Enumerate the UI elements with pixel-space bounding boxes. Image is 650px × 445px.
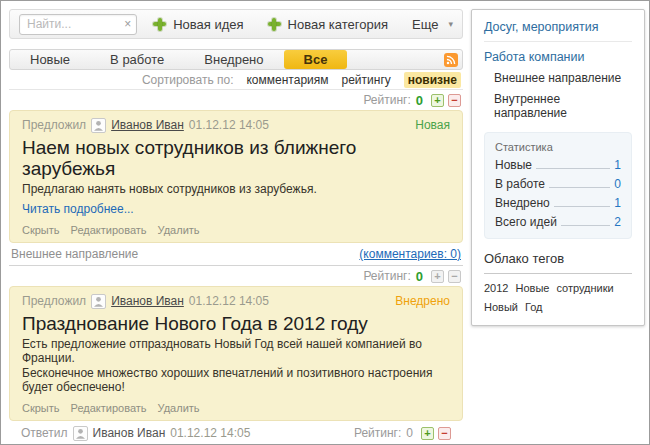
author-link[interactable]: Иванов Иван xyxy=(111,294,184,308)
idea1-actions: Скрыть Редактировать Удалить xyxy=(22,224,450,236)
idea2-date: 01.12.12 14:05 xyxy=(189,294,269,308)
vote-down-button[interactable]: − xyxy=(448,94,461,107)
leader-line xyxy=(536,168,610,169)
clear-search-icon[interactable]: × xyxy=(124,17,131,31)
search-box: × xyxy=(19,14,137,35)
replied-by-label: Ответил xyxy=(21,426,68,440)
vote-up-button[interactable]: + xyxy=(421,427,434,440)
tag-employees[interactable]: сотрудники xyxy=(556,282,613,294)
avatar[interactable] xyxy=(91,294,106,309)
idea1-title[interactable]: Наем новых сотрудников из ближнего заруб… xyxy=(22,137,450,179)
idea-card-2: Предложил Иванов Иван 01.12.12 14:05 Вне… xyxy=(9,286,463,421)
vote-up-button-disabled: + xyxy=(431,270,444,283)
tag-newyear[interactable]: Новый xyxy=(484,301,518,313)
tab-bar: Новые В работе Внедрено Все xyxy=(9,49,463,70)
search-input[interactable] xyxy=(19,14,137,35)
delete-link[interactable]: Удалить xyxy=(158,402,200,414)
idea2-actions: Скрыть Редактировать Удалить xyxy=(22,402,450,414)
sort-bar: Сортировать по: комментариям рейтингу но… xyxy=(9,70,463,90)
read-more-link[interactable]: Читать подробнее... xyxy=(22,202,134,216)
leader-line xyxy=(561,225,610,226)
idea1-body: Предлагаю нанять новых сотрудников из за… xyxy=(22,182,450,196)
hide-link[interactable]: Скрыть xyxy=(22,402,60,414)
more-menu-button[interactable]: Еще ▾ xyxy=(412,17,453,32)
ideas-page: × Новая идея Новая категория Еще ▾ Новые… xyxy=(0,0,650,445)
sort-by-newness[interactable]: новизне xyxy=(404,72,461,88)
edit-link[interactable]: Редактировать xyxy=(71,402,147,414)
edit-link[interactable]: Редактировать xyxy=(71,224,147,236)
idea-card-1: Предложил Иванов Иван 01.12.12 14:05 Нов… xyxy=(9,110,463,243)
tab-all[interactable]: Все xyxy=(284,50,348,69)
chevron-down-icon: ▾ xyxy=(448,19,453,29)
rating-value: 0 xyxy=(416,269,423,284)
stat-row-new: Новые 1 xyxy=(495,158,621,172)
tag-2012[interactable]: 2012 xyxy=(484,282,508,294)
hide-link[interactable]: Скрыть xyxy=(22,224,60,236)
toolbar: × Новая идея Новая категория Еще ▾ xyxy=(9,9,463,39)
vote-down-button-disabled: − xyxy=(448,270,461,283)
vote-down-button[interactable]: − xyxy=(438,427,451,440)
author-link[interactable]: Иванов Иван xyxy=(111,118,184,132)
statistics-title: Статистика xyxy=(495,141,621,153)
stat-row-in-progress: В работе 0 xyxy=(495,177,621,191)
rating-label: Рейтинг: xyxy=(354,426,401,440)
stat-label: Всего идей xyxy=(495,215,557,229)
stat-row-total: Всего идей 2 xyxy=(495,215,621,229)
idea2-body-line2: Бесконечное множество хороших впечатлени… xyxy=(22,366,450,394)
leader-line xyxy=(549,187,610,188)
rss-icon[interactable] xyxy=(444,53,458,67)
sidebar-category-leisure[interactable]: Досуг, мероприятия xyxy=(484,20,632,42)
vote-up-button[interactable]: + xyxy=(431,94,444,107)
plus-icon xyxy=(268,18,281,31)
comment-author[interactable]: Иванов Иван xyxy=(93,426,166,440)
comment-rating: Рейтинг: 0 + − xyxy=(354,426,451,440)
tab-implemented[interactable]: Внедрено xyxy=(184,50,283,69)
rating-value: 0 xyxy=(416,93,423,108)
sort-label: Сортировать по: xyxy=(142,73,234,87)
sort-by-rating[interactable]: рейтингу xyxy=(342,73,391,87)
idea2-rating-row: Рейтинг: 0 + − xyxy=(9,266,463,286)
idea1-rating-row: Рейтинг: 0 + − xyxy=(9,90,463,110)
stat-value: 0 xyxy=(614,177,621,191)
tag-new[interactable]: Новые xyxy=(515,282,549,294)
stat-label: Новые xyxy=(495,158,532,172)
avatar[interactable] xyxy=(91,118,106,133)
comment-block: Ответил Иванов Иван 01.12.12 14:05 Рейти… xyxy=(9,421,463,445)
new-idea-button[interactable]: Новая идея xyxy=(153,17,243,32)
tab-in-progress[interactable]: В работе xyxy=(90,50,184,69)
proposed-by-label: Предложил xyxy=(22,118,86,132)
idea2-body-line1: Есть предложение отпраздновать Новый Год… xyxy=(22,337,450,365)
idea1-header: Предложил Иванов Иван 01.12.12 14:05 Нов… xyxy=(22,117,450,133)
stat-label: Внедрено xyxy=(495,196,550,210)
idea1-comments-link[interactable]: (комментариев: 0) xyxy=(359,247,461,261)
stat-value: 1 xyxy=(614,158,621,172)
sidebar-category-internal[interactable]: Внутреннее направление xyxy=(494,92,632,120)
main-column: × Новая идея Новая категория Еще ▾ Новые… xyxy=(9,9,463,445)
avatar[interactable] xyxy=(73,426,88,441)
tag-cloud: 2012 Новые сотрудники Новый Год xyxy=(484,282,632,313)
tag-year[interactable]: Год xyxy=(525,301,543,313)
tab-new[interactable]: Новые xyxy=(10,50,90,69)
idea2-title[interactable]: Празднование Нового Года в 2012 году xyxy=(22,313,450,334)
status-badge-implemented: Внедрено xyxy=(395,294,450,308)
rating-value: 0 xyxy=(406,426,413,440)
stat-label: В работе xyxy=(495,177,545,191)
plus-icon xyxy=(153,18,166,31)
sidebar-category-company[interactable]: Работа компании xyxy=(484,50,632,64)
sidebar-category-external[interactable]: Внешнее направление xyxy=(494,71,632,85)
leader-line xyxy=(554,206,611,207)
new-category-button[interactable]: Новая категория xyxy=(268,17,388,32)
delete-link[interactable]: Удалить xyxy=(158,224,200,236)
proposed-by-label: Предложил xyxy=(22,294,86,308)
status-badge-new: Новая xyxy=(415,118,450,132)
sidebar: Досуг, мероприятия Работа компании Внешн… xyxy=(471,9,645,326)
comment-header: Ответил Иванов Иван 01.12.12 14:05 Рейти… xyxy=(21,425,451,441)
more-label: Еще xyxy=(412,17,438,32)
divider xyxy=(484,273,632,274)
rating-label: Рейтинг: xyxy=(363,93,410,107)
stat-value: 1 xyxy=(614,196,621,210)
rating-label: Рейтинг: xyxy=(363,269,410,283)
sort-by-comments[interactable]: комментариям xyxy=(246,73,328,87)
idea1-footer: Внешнее направление (комментариев: 0) xyxy=(9,243,463,266)
new-idea-label: Новая идея xyxy=(173,17,243,32)
